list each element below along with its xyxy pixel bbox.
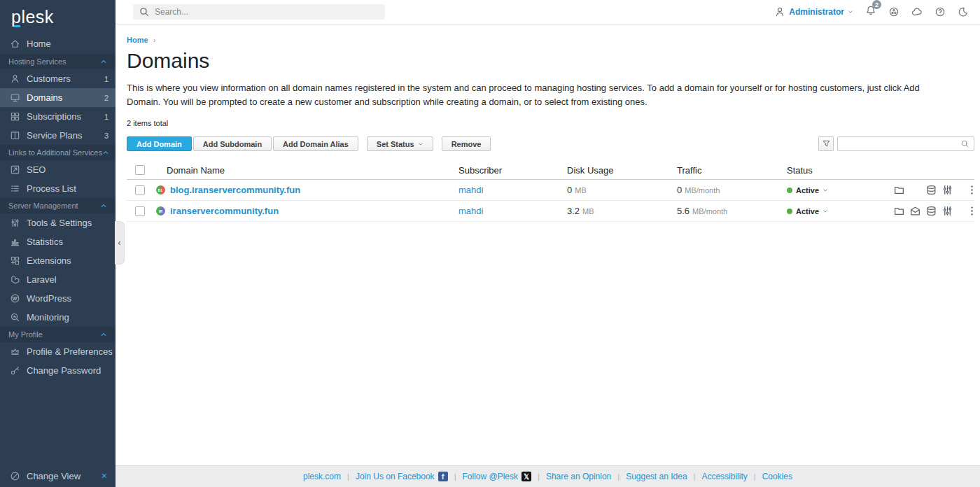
user-menu[interactable]: Administrator bbox=[774, 6, 853, 17]
breadcrumb-home-link[interactable]: Home bbox=[127, 36, 148, 44]
item-count: 1 bbox=[104, 113, 108, 121]
sidebar-nav: HomeHosting ServicesCustomers1Domains2Su… bbox=[0, 34, 115, 380]
sidebar-collapse-handle[interactable]: ‹ bbox=[115, 221, 125, 264]
support-icon[interactable] bbox=[888, 6, 899, 17]
sidebar-section-server-management[interactable]: Server Management bbox=[0, 198, 115, 213]
filter-button[interactable] bbox=[818, 136, 834, 151]
set-status-button[interactable]: Set Status bbox=[367, 136, 433, 151]
sidebar-item-change-password[interactable]: Change Password bbox=[0, 361, 115, 380]
toolbar: Add Domain Add Subdomain Add Domain Alia… bbox=[127, 136, 974, 151]
status-dot bbox=[787, 209, 792, 214]
logo-underline bbox=[14, 25, 20, 27]
sidebar-item-profile-preferences[interactable]: Profile & Preferences bbox=[0, 342, 115, 361]
database-icon[interactable] bbox=[925, 205, 937, 217]
database-icon[interactable] bbox=[925, 184, 937, 196]
subscriber-link[interactable]: mahdi bbox=[458, 206, 483, 216]
grid-icon bbox=[10, 111, 20, 122]
chevron-down-icon bbox=[418, 141, 424, 147]
select-all-checkbox[interactable] bbox=[135, 165, 145, 175]
footer-link-cookies[interactable]: Cookies bbox=[762, 472, 792, 481]
item-count: 3 bbox=[104, 132, 108, 140]
kebab-menu-icon[interactable] bbox=[966, 205, 978, 217]
sidebar-item-process-list[interactable]: Process List bbox=[0, 179, 115, 198]
close-icon[interactable]: × bbox=[102, 471, 107, 481]
cloud-icon[interactable] bbox=[911, 6, 923, 17]
footer-link-plesk-com[interactable]: plesk.com bbox=[303, 472, 341, 481]
footer-link-suggest-an-idea[interactable]: Suggest an Idea bbox=[626, 472, 687, 481]
users-icon bbox=[10, 73, 20, 84]
footer-link-share-an-opinion[interactable]: Share an Opinion bbox=[546, 472, 611, 481]
sidebar-item-change-view[interactable]: Change View × bbox=[0, 465, 115, 487]
status-dropdown[interactable]: Active bbox=[787, 207, 889, 216]
monitor-icon bbox=[10, 92, 20, 103]
chevron-up-icon bbox=[100, 331, 107, 338]
row-checkbox[interactable] bbox=[135, 185, 145, 195]
list-search[interactable] bbox=[837, 136, 974, 151]
notifications-button[interactable]: 2 bbox=[865, 5, 876, 19]
traffic-value: 0 bbox=[677, 185, 682, 195]
sliders-icon[interactable] bbox=[941, 205, 953, 217]
extensions-icon bbox=[10, 255, 20, 266]
sidebar-item-service-plans[interactable]: Service Plans3 bbox=[0, 126, 115, 145]
sliders-icon[interactable] bbox=[941, 184, 953, 196]
sidebar-item-home[interactable]: Home bbox=[0, 34, 115, 54]
subscriber-link[interactable]: mahdi bbox=[458, 185, 483, 195]
folder-icon[interactable] bbox=[893, 184, 905, 196]
item-count: 1 bbox=[104, 75, 108, 83]
column-status[interactable]: Status bbox=[787, 165, 889, 176]
chevron-down-icon bbox=[822, 188, 828, 193]
sidebar-section-hosting-services[interactable]: Hosting Services bbox=[0, 54, 115, 69]
sidebar-item-wordpress[interactable]: WordPress bbox=[0, 289, 115, 308]
footer-link-accessibility[interactable]: Accessibility bbox=[701, 472, 747, 481]
kebab-menu-icon[interactable] bbox=[966, 184, 978, 196]
global-search-input[interactable] bbox=[155, 7, 379, 17]
footer-link-follow-plesk[interactable]: Follow @Plesk𝕏 bbox=[462, 472, 531, 481]
sidebar-item-customers[interactable]: Customers1 bbox=[0, 69, 115, 88]
sidebar-item-subscriptions[interactable]: Subscriptions1 bbox=[0, 107, 115, 126]
domain-link[interactable]: iranservercommunity.fun bbox=[170, 206, 279, 216]
chevron-up-icon bbox=[102, 149, 109, 156]
page-description: This is where you view information on al… bbox=[127, 81, 953, 109]
sidebar-section-my-profile[interactable]: My Profile bbox=[0, 327, 115, 342]
bar-chart-icon bbox=[10, 237, 20, 247]
notification-badge: 2 bbox=[872, 0, 881, 9]
global-search[interactable] bbox=[133, 4, 385, 20]
sidebar-item-monitoring[interactable]: Monitoring bbox=[0, 308, 115, 327]
key-icon bbox=[10, 365, 20, 376]
domain-link[interactable]: blog.iranservercommunity.fun bbox=[170, 185, 300, 195]
add-domain-button[interactable]: Add Domain bbox=[127, 136, 192, 151]
sidebar-item-seo[interactable]: SEO bbox=[0, 160, 115, 179]
breadcrumb: Home › bbox=[127, 36, 974, 44]
search-icon bbox=[960, 139, 969, 148]
add-domain-alias-button[interactable]: Add Domain Alias bbox=[273, 136, 358, 151]
column-subscriber[interactable]: Subscriber bbox=[458, 165, 567, 176]
sidebar-item-extensions[interactable]: Extensions bbox=[0, 251, 115, 270]
topbar: Administrator 2 bbox=[115, 0, 980, 24]
help-icon[interactable] bbox=[934, 6, 946, 17]
row-checkbox[interactable] bbox=[135, 206, 145, 216]
sidebar-item-domains[interactable]: Domains2 bbox=[0, 88, 115, 107]
remove-button[interactable]: Remove bbox=[442, 136, 491, 151]
dark-mode-icon[interactable] bbox=[958, 6, 969, 17]
section-title: Links to Additional Services bbox=[8, 148, 102, 157]
sliders-icon bbox=[10, 218, 20, 228]
status-dropdown[interactable]: Active bbox=[787, 186, 889, 195]
sidebar-item-statistics[interactable]: Statistics bbox=[0, 232, 115, 251]
add-subdomain-button[interactable]: Add Subdomain bbox=[193, 136, 272, 151]
domain-favicon: BL bbox=[156, 185, 165, 195]
traffic-value: 5.6 bbox=[677, 206, 690, 216]
column-disk-usage[interactable]: Disk Usage bbox=[567, 165, 677, 176]
folder-icon[interactable] bbox=[893, 205, 905, 217]
column-traffic[interactable]: Traffic bbox=[677, 165, 787, 176]
mail-icon[interactable] bbox=[909, 205, 921, 217]
plesk-logo[interactable]: plesk bbox=[0, 0, 115, 34]
section-title: Hosting Services bbox=[8, 57, 66, 66]
chevron-down-icon bbox=[822, 209, 828, 214]
table-row: IRiranservercommunity.funmahdi3.2MB5.6MB… bbox=[127, 201, 974, 222]
footer-link-join-us-on-facebook[interactable]: Join Us on Facebookf bbox=[356, 472, 448, 481]
list-search-input[interactable] bbox=[842, 139, 960, 149]
sidebar-item-tools-settings[interactable]: Tools & Settings bbox=[0, 213, 115, 232]
sidebar-section-links-to-additional-services[interactable]: Links to Additional Services bbox=[0, 145, 115, 160]
sidebar-item-laravel[interactable]: Laravel bbox=[0, 270, 115, 289]
column-domain-name[interactable]: Domain Name bbox=[156, 165, 458, 176]
